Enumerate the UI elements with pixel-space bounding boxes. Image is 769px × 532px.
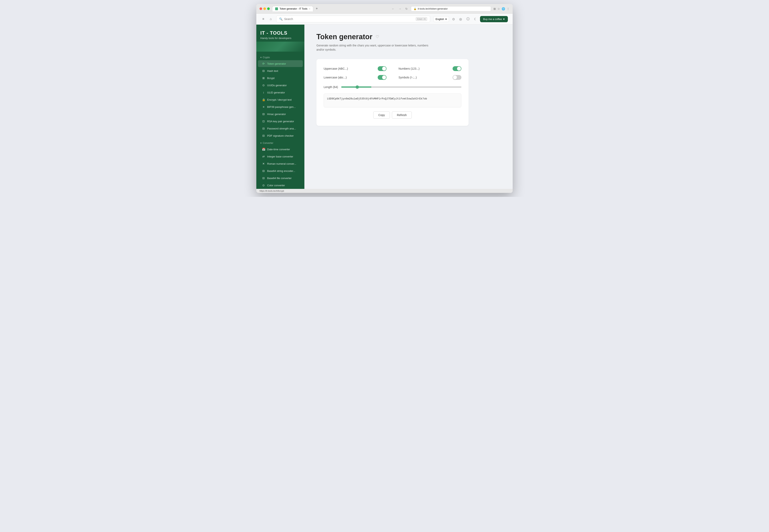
url-text: it-tools.tech/token-generator bbox=[418, 7, 448, 10]
sidebar-item-rsa[interactable]: ⊡ RSA key pair generator bbox=[258, 118, 303, 125]
integer-icon: ⇄ bbox=[262, 155, 265, 158]
browser-titlebar: Token generator - IT Tools × + ← → ↻ 🔒 i… bbox=[256, 4, 513, 14]
search-box[interactable]: 🔍 Cmd + K bbox=[276, 16, 430, 22]
sidebar-item-label: Base64 string encoder... bbox=[267, 169, 295, 172]
uppercase-label: Uppercase (ABC...) bbox=[324, 67, 348, 70]
sidebar-item-label: ULID generator bbox=[267, 91, 285, 94]
page-title-container: Token generator ♡ bbox=[316, 33, 501, 41]
sidebar-item-hmac[interactable]: ⊟ Hmac generator bbox=[258, 111, 303, 117]
translate-icon[interactable]: 🌐 bbox=[502, 7, 505, 10]
coffee-label: Buy me a coffee bbox=[483, 18, 502, 21]
sidebar-item-color[interactable]: ⊙ Color converter bbox=[258, 182, 303, 189]
numbers-option: Numbers (123...) bbox=[399, 66, 461, 71]
minimize-button[interactable] bbox=[263, 7, 266, 10]
pdf-icon: ⊟ bbox=[262, 134, 265, 137]
nav-back-button[interactable]: ← bbox=[391, 6, 395, 11]
dark-mode-button[interactable]: ☾ bbox=[473, 16, 478, 22]
sidebar-item-integer-base[interactable]: ⇄ Integer base converter bbox=[258, 153, 303, 160]
datetime-icon: 📅 bbox=[262, 148, 265, 151]
info-button[interactable]: ⓘ bbox=[465, 16, 471, 22]
nav-forward-button[interactable]: → bbox=[398, 6, 402, 11]
action-row: Copy Refresh bbox=[324, 111, 461, 119]
lowercase-toggle[interactable] bbox=[378, 75, 387, 80]
sidebar-item-label: Token generator bbox=[267, 62, 286, 65]
active-tab[interactable]: Token generator - IT Tools × bbox=[272, 6, 313, 11]
sidebar-item-datetime[interactable]: 📅 Date-time converter bbox=[258, 146, 303, 153]
sidebar-item-label: Bcrypt bbox=[267, 77, 275, 80]
sidebar-item-label: Encrypt / decrypt text bbox=[267, 98, 292, 101]
copy-button[interactable]: Copy bbox=[373, 111, 390, 119]
search-keyboard-shortcut: Cmd + K bbox=[416, 17, 427, 21]
length-row: Length (64) bbox=[324, 85, 461, 89]
sidebar-item-uuids[interactable]: ⊙ UUIDs generator bbox=[258, 82, 303, 89]
maximize-button[interactable] bbox=[267, 7, 270, 10]
address-bar[interactable]: 🔒 it-tools.tech/token-generator bbox=[411, 6, 491, 11]
password-icon: ⊟ bbox=[262, 127, 265, 130]
app-subtitle: Handy tools for developers bbox=[260, 37, 300, 40]
main-content: Token generator ♡ Generate random string… bbox=[304, 25, 513, 189]
sidebar-item-hash-text[interactable]: ⊟ Hash text bbox=[258, 67, 303, 74]
close-button[interactable] bbox=[260, 7, 262, 10]
uppercase-toggle[interactable] bbox=[378, 66, 387, 71]
roman-icon: ✕ bbox=[262, 162, 265, 165]
symbols-toggle[interactable] bbox=[453, 75, 461, 80]
sidebar-item-password[interactable]: ⊟ Password strength ana... bbox=[258, 125, 303, 132]
refresh-button[interactable]: Refresh bbox=[392, 111, 412, 119]
tab-favicon bbox=[275, 7, 278, 10]
sidebar-item-roman[interactable]: ✕ Roman numeral conver... bbox=[258, 160, 303, 167]
bcrypt-icon: ⊞ bbox=[262, 76, 265, 80]
extensions-icon[interactable]: ⊞ bbox=[493, 7, 496, 10]
sidebar-item-pdf[interactable]: ⊟ PDF signature checker bbox=[258, 132, 303, 139]
sidebar-item-bip39[interactable]: ≡ BIP39 passphrase gen... bbox=[258, 103, 303, 110]
sidebar-item-label: PDF signature checker bbox=[267, 134, 294, 137]
sidebar-item-bcrypt[interactable]: ⊞ Bcrypt bbox=[258, 75, 303, 81]
sidebar-item-label: Hmac generator bbox=[267, 113, 286, 116]
tab-close-icon[interactable]: × bbox=[309, 8, 310, 10]
hmac-icon: ⊟ bbox=[262, 112, 265, 116]
chevron-icon: ▾ bbox=[260, 56, 262, 59]
status-url: https://it-tools.tech/bcrypt bbox=[260, 190, 284, 192]
sidebar: IT - TOOLS Handy tools for developers ▾ … bbox=[256, 25, 304, 189]
github-button[interactable]: ⊙ bbox=[451, 16, 456, 22]
length-slider[interactable] bbox=[341, 86, 461, 88]
page-subtitle: Generate random string with the chars yo… bbox=[316, 43, 437, 52]
search-input[interactable] bbox=[284, 17, 414, 21]
sidebar-item-label: Integer base converter bbox=[267, 155, 293, 158]
generator-card: Uppercase (ABC...) Numbers (123...) Lowe… bbox=[316, 59, 469, 126]
bookmark-icon[interactable]: ☆ bbox=[497, 7, 500, 10]
favorite-button[interactable]: ♡ bbox=[375, 34, 379, 39]
language-selector[interactable]: English ▾ bbox=[433, 16, 449, 22]
converter-section-label: ▾ Converter bbox=[256, 139, 304, 146]
uppercase-option: Uppercase (ABC...) bbox=[324, 66, 387, 71]
menu-toggle-button[interactable]: ≡ bbox=[261, 16, 265, 22]
more-icon[interactable]: ⋮ bbox=[507, 7, 509, 10]
hash-icon: ⊟ bbox=[262, 69, 265, 72]
sidebar-item-label: Color converter bbox=[267, 184, 285, 187]
numbers-toggle[interactable] bbox=[453, 66, 461, 71]
new-tab-button[interactable]: + bbox=[314, 7, 319, 11]
language-label: English bbox=[436, 18, 444, 21]
base64-file-icon: ⊟ bbox=[262, 176, 265, 180]
sidebar-item-encrypt-decrypt[interactable]: 🔒 Encrypt / decrypt text bbox=[258, 96, 303, 103]
home-button[interactable]: ⌂ bbox=[269, 16, 273, 22]
page-title-text: Token generator bbox=[316, 33, 372, 41]
lowercase-option: Lowercase (abc...) bbox=[324, 75, 387, 80]
chevron-icon: ▾ bbox=[260, 142, 262, 144]
nav-reload-button[interactable]: ↻ bbox=[405, 6, 409, 11]
sidebar-item-label: BIP39 passphrase gen... bbox=[267, 105, 296, 108]
bip39-icon: ≡ bbox=[262, 105, 265, 108]
sidebar-header: IT - TOOLS Handy tools for developers bbox=[256, 25, 304, 44]
lowercase-label: Lowercase (abc...) bbox=[324, 76, 347, 79]
buy-coffee-button[interactable]: Buy me a coffee ♥ bbox=[480, 16, 508, 22]
sidebar-item-token-generator[interactable]: ⟳ Token generator bbox=[258, 60, 303, 67]
twitter-button[interactable]: ◎ bbox=[458, 16, 463, 22]
sidebar-item-base64-string[interactable]: ⊟ Base64 string encoder... bbox=[258, 167, 303, 174]
tab-title: Token generator - IT Tools bbox=[280, 7, 307, 10]
app-title: IT - TOOLS bbox=[260, 30, 300, 36]
options-grid: Uppercase (ABC...) Numbers (123...) Lowe… bbox=[324, 66, 461, 80]
sidebar-item-ulid[interactable]: ↕ ULID generator bbox=[258, 89, 303, 96]
sidebar-item-label: Password strength ana... bbox=[267, 127, 296, 130]
token-output: LGD9Cp8kTjyx6m28ulwOj535t8j4FkMHPlrPsQJ7… bbox=[324, 93, 461, 107]
sidebar-item-label: Roman numeral conver... bbox=[267, 162, 296, 165]
sidebar-item-base64-file[interactable]: ⊟ Base64 file converter bbox=[258, 175, 303, 181]
